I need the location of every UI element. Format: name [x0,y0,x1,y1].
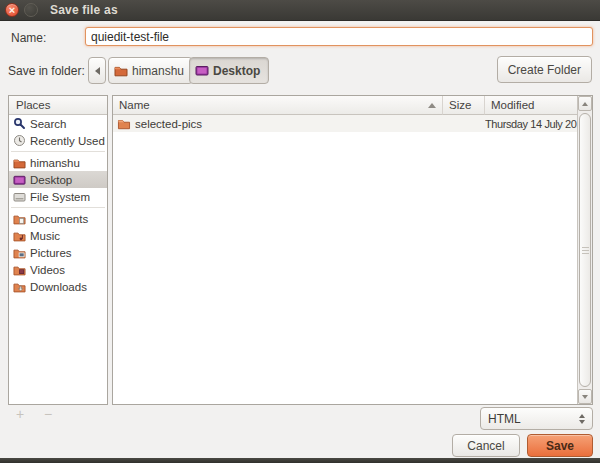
window-title: Save file as [50,3,118,17]
column-header-name[interactable]: Name [113,96,443,115]
sidebar-item-label: Pictures [30,247,72,259]
filetype-value: HTML [488,412,579,426]
combobox-arrows-icon [579,414,585,424]
sidebar-item-label: Music [30,230,60,242]
places-panel: Places Search Recently Used himanshu [8,95,108,405]
titlebar: Save file as [0,0,600,21]
sidebar-item-label: Videos [30,264,65,276]
left-arrow-icon [95,67,100,75]
column-label: Name [119,99,150,111]
vertical-scrollbar[interactable] [577,96,592,404]
file-modified: Thursday 14 July 2016 [485,118,577,130]
sidebar-item-label: Search [30,118,66,130]
save-button[interactable]: Save [527,434,593,457]
save-in-folder-label: Save in folder: [8,64,85,78]
breadcrumb-label: himanshu [132,64,184,78]
remove-bookmark-button[interactable]: − [38,406,58,422]
places-header: Places [9,96,107,115]
desktop-icon [195,64,209,77]
column-label: Size [449,99,471,111]
sidebar-separator [11,151,105,152]
sidebar-separator [11,207,105,208]
main-area: Places Search Recently Used himanshu [8,95,593,405]
folder-icon [117,118,131,130]
up-arrow-icon [582,102,588,106]
downloads-folder-icon [12,281,26,293]
table-row[interactable]: selected-pics Thursday 14 July 2016 [113,115,577,132]
down-arrow-icon [582,395,588,399]
close-icon[interactable] [5,3,19,17]
list-header: Name Size Modified [113,96,577,115]
sidebar-item-documents[interactable]: Documents [9,210,107,227]
create-folder-button[interactable]: Create Folder [497,56,592,83]
sidebar-item-label: Documents [30,213,88,225]
column-label: Modified [491,99,534,111]
sidebar-item-music[interactable]: Music [9,227,107,244]
column-header-modified[interactable]: Modified [485,96,577,115]
drive-icon [12,191,26,203]
filename-input[interactable] [85,27,593,46]
desktop-icon [12,174,26,186]
name-label: Name: [11,31,46,45]
breadcrumb-himanshu[interactable]: himanshu [108,57,193,84]
file-name: selected-pics [135,118,202,130]
breadcrumb-back-button[interactable] [88,57,106,84]
list-body: selected-pics Thursday 14 July 2016 [113,115,577,404]
home-folder-icon [114,64,128,77]
column-header-size[interactable]: Size [443,96,485,115]
file-list: Name Size Modified selected-pics [112,95,593,405]
breadcrumb-desktop[interactable]: Desktop [189,57,269,84]
sidebar-item-downloads[interactable]: Downloads [9,278,107,295]
sidebar-item-label: File System [30,191,90,203]
search-icon [12,117,26,130]
sidebar-item-himanshu[interactable]: himanshu [9,154,107,171]
sort-ascending-icon [428,103,436,108]
save-file-dialog: Save file as Name: Save in folder: himan… [0,0,600,463]
sidebar-item-file-system[interactable]: File System [9,188,107,205]
cancel-button[interactable]: Cancel [452,434,520,457]
sidebar-item-search[interactable]: Search [9,115,107,132]
clock-icon [12,134,26,147]
add-bookmark-button[interactable]: + [10,406,30,422]
sidebar-item-label: Downloads [30,281,87,293]
videos-folder-icon [12,264,26,276]
sidebar-item-recently-used[interactable]: Recently Used [9,132,107,149]
pictures-folder-icon [12,247,26,259]
breadcrumb-label: Desktop [213,64,260,78]
home-folder-icon [12,157,26,169]
sidebar-item-label: Desktop [30,174,72,186]
scroll-down-button[interactable] [578,389,592,404]
sidebar-item-pictures[interactable]: Pictures [9,244,107,261]
sidebar-item-label: Recently Used [30,135,105,147]
sidebar-item-videos[interactable]: Videos [9,261,107,278]
scrollbar-thumb[interactable] [579,113,591,387]
music-folder-icon [12,230,26,242]
filetype-combobox[interactable]: HTML [480,407,593,430]
window-bottom-edge [0,458,600,463]
minimize-icon[interactable] [24,3,38,17]
bookmark-buttons: + − [10,406,58,422]
documents-folder-icon [12,213,26,225]
sidebar-item-desktop[interactable]: Desktop [9,171,107,188]
scroll-up-button[interactable] [578,96,592,111]
sidebar-item-label: himanshu [30,157,80,169]
